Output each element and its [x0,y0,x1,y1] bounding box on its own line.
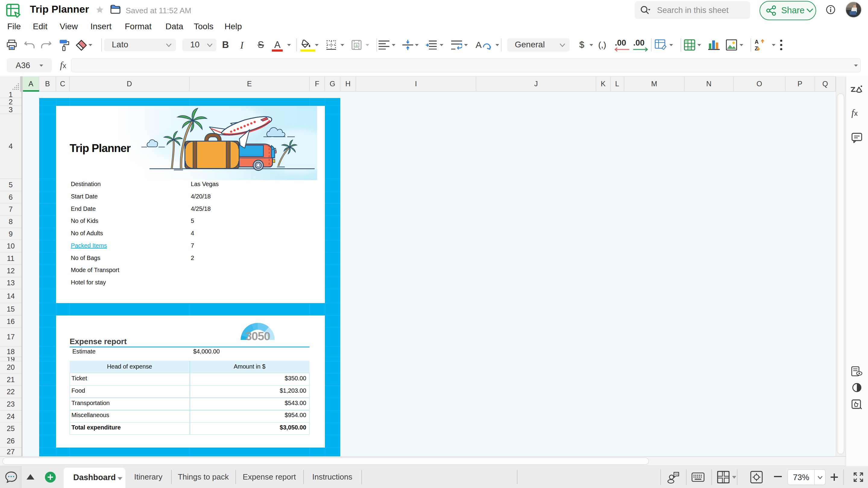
svg-text:A: A [755,39,758,45]
svg-text:a: a [355,43,358,47]
svg-text:Z: Z [755,46,758,51]
